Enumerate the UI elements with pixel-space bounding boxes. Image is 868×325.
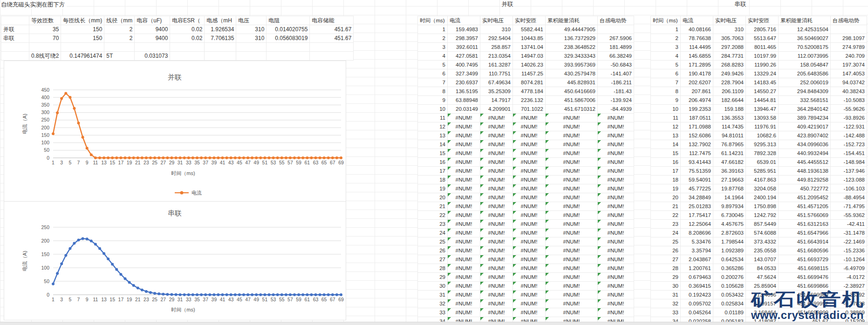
cell[interactable]: #NUM! [546,149,598,158]
cell[interactable]: 12 [418,122,448,131]
cell[interactable]: 197.3074 [831,61,867,69]
cell[interactable]: #NUM! [480,114,513,122]
cell[interactable]: #NUM! [513,282,546,291]
cell[interactable]: 258.857 [480,43,513,52]
cell[interactable]: 0.045264 [681,308,713,317]
cell[interactable]: #NUM! [546,176,598,184]
cell[interactable] [61,43,104,52]
cell[interactable]: 25.85904 [746,282,779,291]
cell[interactable]: 12.42531504 [779,25,831,34]
cell[interactable]: 17 [651,167,681,176]
cell[interactable]: #NUM! [480,184,513,193]
cell[interactable]: #NUM! [546,308,598,317]
cell[interactable]: 3204.058 [746,184,779,193]
cell[interactable]: #NUM! [598,308,634,317]
cell[interactable]: #NUM! [513,255,546,264]
cell[interactable]: 13946.47 [746,105,779,114]
cell[interactable]: -122.931 [831,122,867,131]
cell[interactable]: 310 [480,25,513,34]
cell[interactable]: 17 [418,167,448,176]
cell[interactable]: -141.407 [598,69,634,78]
cell[interactable]: 14026.23 [513,61,546,69]
cell[interactable]: 11 [418,114,448,122]
column-header[interactable]: 电容ESR（ [170,16,205,25]
bottom-scrollbar-strip[interactable] [0,322,868,325]
cell[interactable]: -186.211 [598,78,634,87]
cell[interactable]: 16 [418,158,448,167]
cell[interactable]: 3 [418,43,448,52]
cell[interactable]: #NUM! [598,149,634,158]
cell[interactable]: #NUM! [598,273,634,282]
cell[interactable]: 9400 [135,34,170,43]
cell[interactable]: 230.6937 [448,78,480,87]
cell[interactable]: 310 [236,34,267,43]
column-header[interactable]: 自感电动势 [831,16,867,25]
cell[interactable]: 59.54091 [681,176,713,184]
cell[interactable]: #NUM! [448,299,480,308]
cell[interactable] [205,43,236,52]
cell[interactable]: 274.9789 [831,43,867,52]
cell[interactable]: #NUM! [546,291,598,299]
cell[interactable] [267,43,310,52]
cell[interactable]: 423.8907402 [779,131,831,140]
cell[interactable]: 20 [418,193,448,202]
cell[interactable]: 13 [418,131,448,140]
cell[interactable]: 13741.04 [513,43,546,52]
cell[interactable]: #NUM! [546,140,598,149]
cell[interactable]: 3 [651,43,681,52]
parallel-table-title[interactable]: 并联 [417,0,597,8]
column-header[interactable]: 时间（ms) [651,16,681,25]
cell[interactable]: 5513.647 [746,34,779,43]
cell[interactable]: 19 [651,184,681,193]
cell[interactable]: 112.0073995 [779,52,831,61]
cell[interactable]: 445.828931 [546,78,598,87]
column-header[interactable]: 电感（mH [205,16,236,25]
cell[interactable]: #NUM! [513,237,546,246]
cell[interactable]: 4 [651,52,681,61]
cell[interactable]: 430.2579478 [546,69,598,78]
cell[interactable]: #NUM! [546,122,598,131]
cell[interactable]: 389.7894234 [779,114,831,122]
cell[interactable]: -10.5083 [831,96,867,105]
cell[interactable]: 18 [651,176,681,184]
cell[interactable]: 451.67 [310,34,354,43]
cell[interactable]: 434.0996036 [779,140,831,149]
cell[interactable]: 235.0558 [746,246,779,255]
cell[interactable]: 451.6699476 [779,273,831,282]
cell[interactable]: #NUM! [513,308,546,317]
column-header[interactable]: 电阻 [267,16,310,25]
cell[interactable]: #NUM! [480,264,513,273]
cell[interactable]: 132.7902 [681,140,713,149]
cell[interactable]: 6539.01 [746,158,779,167]
cell[interactable]: #NUM! [480,167,513,176]
cell[interactable]: 451.6693729 [779,255,831,264]
cell[interactable]: #NUM! [513,149,546,158]
cell[interactable]: 76.87965 [713,140,746,149]
cell[interactable]: -2.38927 [831,282,867,291]
cell[interactable]: 32 [651,299,681,308]
cell[interactable]: 36.50469027 [779,34,831,43]
cell[interactable]: 0.02 [170,34,205,43]
cell[interactable]: 451.6643914 [779,237,831,246]
cell[interactable]: #NUM! [598,176,634,184]
cell[interactable]: -71.4795 [831,202,867,211]
cell[interactable]: #NUM! [598,122,634,131]
cell[interactable]: #NUM! [546,202,598,211]
cell[interactable]: #NUM! [598,255,634,264]
cell[interactable] [135,43,170,52]
cell[interactable]: 2 [104,25,135,34]
cell[interactable]: #NUM! [598,211,634,220]
column-header[interactable]: 实时安匝 [513,16,546,25]
cell[interactable]: #NUM! [448,255,480,264]
cell[interactable]: #NUM! [513,131,546,140]
column-header[interactable]: 时间（ms) [418,16,448,25]
cell[interactable] [831,25,867,34]
cell[interactable]: #NUM! [448,264,480,273]
cell[interactable]: #NUM! [480,291,513,299]
cell[interactable]: 448.1936138 [779,167,831,176]
cell[interactable]: 6 [418,69,448,78]
column-header[interactable]: 电流 [448,16,480,25]
cell[interactable]: #NUM! [546,273,598,282]
cell[interactable]: 7892.328 [746,149,779,158]
cell[interactable]: #NUM! [448,193,480,202]
